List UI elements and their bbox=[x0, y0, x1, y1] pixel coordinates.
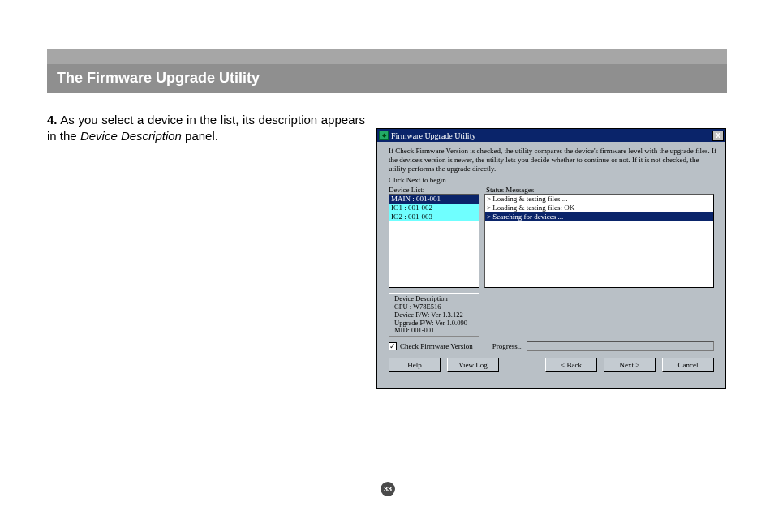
instruction-paragraph: 4. As you select a device in the list, i… bbox=[47, 112, 365, 145]
body-text-b: panel. bbox=[182, 129, 218, 143]
device-list-item-io2[interactable]: IO2 : 001-003 bbox=[389, 212, 479, 221]
step-number: 4. bbox=[47, 113, 58, 127]
progress-label: Progress... bbox=[492, 342, 523, 350]
device-list-label: Device List: bbox=[389, 186, 486, 194]
status-messages-label: Status Messages: bbox=[486, 186, 714, 194]
app-icon: ◆ bbox=[379, 131, 389, 140]
firmware-upgrade-dialog: ◆ Firmware Upgrade Utility x If Check Fi… bbox=[376, 128, 726, 389]
progress-bar bbox=[527, 341, 714, 351]
check-firmware-label: Check Firmware Version bbox=[400, 342, 473, 350]
cancel-button[interactable]: Cancel bbox=[662, 358, 714, 372]
device-list-item-io1[interactable]: IO1 : 001-002 bbox=[389, 204, 479, 212]
header-banner: The Firmware Upgrade Utility bbox=[47, 49, 727, 93]
dialog-titlebar[interactable]: ◆ Firmware Upgrade Utility x bbox=[377, 129, 725, 142]
device-list[interactable]: MAIN : 001-001 IO1 : 001-002 IO2 : 001-0… bbox=[389, 194, 479, 288]
desc-mid: MID: 001-001 bbox=[394, 327, 474, 335]
click-next-text: Click Next to begin. bbox=[377, 174, 725, 186]
device-list-item-main[interactable]: MAIN : 001-001 bbox=[389, 195, 479, 204]
dialog-title: Firmware Upgrade Utility bbox=[391, 131, 712, 140]
dialog-instructions: If Check Firmware Version is checked, th… bbox=[377, 142, 725, 174]
device-description-term: Device Description bbox=[80, 129, 182, 143]
close-button[interactable]: x bbox=[712, 131, 724, 141]
status-line-active: > Searching for devices ... bbox=[485, 212, 713, 221]
device-description-panel: Device Description CPU : W78E516 Device … bbox=[389, 293, 479, 337]
page-number-badge: 33 bbox=[381, 482, 395, 496]
help-button[interactable]: Help bbox=[389, 358, 441, 372]
view-log-button[interactable]: View Log bbox=[447, 358, 499, 372]
next-button[interactable]: Next > bbox=[604, 358, 656, 372]
status-line: > Loading & testing files ... bbox=[485, 195, 713, 204]
status-messages-list[interactable]: > Loading & testing files ... > Loading … bbox=[484, 194, 714, 288]
page-title: The Firmware Upgrade Utility bbox=[57, 70, 260, 87]
check-firmware-checkbox[interactable]: ✓ bbox=[389, 342, 397, 350]
back-button[interactable]: < Back bbox=[545, 358, 597, 372]
status-line: > Loading & testing files: OK bbox=[485, 204, 713, 212]
